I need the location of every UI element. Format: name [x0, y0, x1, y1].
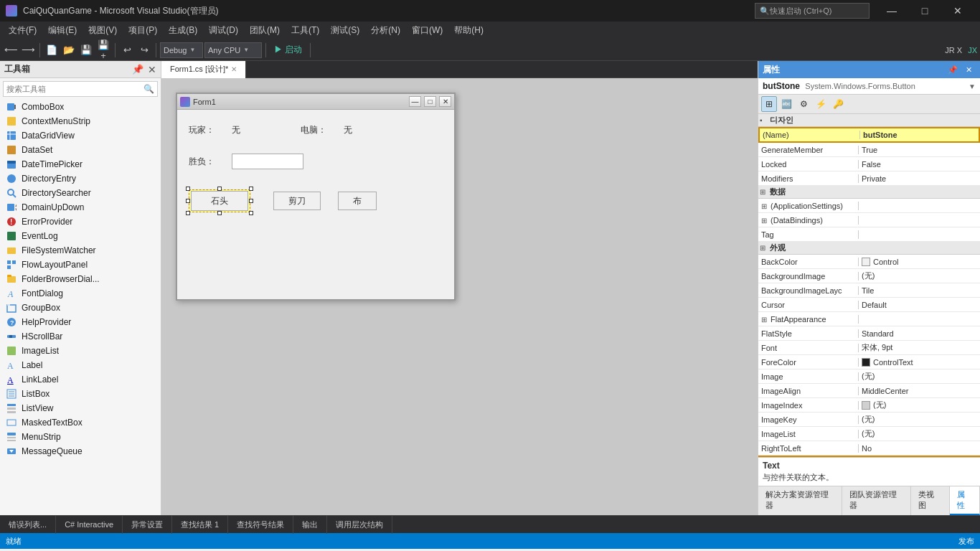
toolbar-redo-btn[interactable]: ↪: [136, 42, 152, 58]
form-window[interactable]: Form1 — □ ✕ 玩家： 无 电脑： 无 胜负：: [176, 93, 456, 301]
props-object-dropdown-arrow[interactable]: ▼: [969, 83, 976, 90]
form-design-tab[interactable]: Form1.cs [设计]* ✕: [161, 61, 246, 78]
props-tab-class-view[interactable]: 类视图: [911, 486, 949, 515]
menu-tools[interactable]: 工具(T): [286, 23, 325, 38]
props-tab-properties[interactable]: 属性: [950, 486, 980, 515]
props-row-tag[interactable]: Tag: [758, 227, 980, 242]
menu-team[interactable]: 团队(M): [244, 23, 286, 38]
props-row-forecolor[interactable]: ForeColor ControlText: [758, 355, 980, 369]
props-propmgr-btn[interactable]: 🔑: [830, 96, 846, 112]
platform-dropdown[interactable]: Any CPU ▼: [204, 42, 262, 58]
menu-project[interactable]: 项目(P): [123, 23, 163, 38]
menu-test[interactable]: 测试(S): [325, 23, 365, 38]
menu-file[interactable]: 文件(F): [3, 23, 42, 38]
data-section-toggle[interactable]: ⊞: [760, 188, 770, 196]
props-row-appsettings[interactable]: ⊞ (ApplicationSettings): [758, 199, 980, 213]
props-row-backgroundimagelayout[interactable]: BackgroundImageLayc Tile: [758, 283, 980, 298]
menu-help[interactable]: 帮助(H): [448, 23, 489, 38]
toolbox-item-label[interactable]: A Label: [0, 358, 161, 372]
props-tab-solution-explorer[interactable]: 解决方案资源管理器: [758, 486, 842, 515]
toolbar-fwd-btn[interactable]: ⟶: [20, 42, 36, 58]
toolbox-item-imagelist[interactable]: ImageList: [0, 344, 161, 358]
toolbox-item-menustrip[interactable]: MenuStrip: [0, 430, 161, 444]
toolbox-item-errorprovider[interactable]: ! ErrorProvider: [0, 215, 161, 229]
props-row-image[interactable]: Image (无): [758, 369, 980, 384]
stone-button[interactable]: 石头: [191, 191, 248, 211]
props-row-modifiers[interactable]: Modifiers Private: [758, 171, 980, 186]
toolbox-item-maskedtextbox[interactable]: MaskedTextBox: [0, 415, 161, 430]
toolbox-item-filesystemwatcher[interactable]: FileSystemWatcher: [0, 243, 161, 258]
props-close-icon[interactable]: ✕: [961, 62, 976, 77]
form-minimize-btn[interactable]: —: [409, 96, 421, 107]
toolbox-item-linklabel[interactable]: A LinkLabel: [0, 372, 161, 387]
tab-close-icon[interactable]: ✕: [231, 65, 237, 73]
flatappearance-expand-icon[interactable]: ⊞: [761, 316, 767, 324]
props-row-locked[interactable]: Locked False: [758, 157, 980, 171]
menu-view[interactable]: 视图(V): [83, 23, 123, 38]
toolbox-item-fontdialog[interactable]: A FontDialog: [0, 286, 161, 301]
start-button[interactable]: ▶ 启动: [270, 42, 306, 57]
bottom-tab-exception-settings[interactable]: 异常设置: [123, 516, 172, 534]
bottom-tab-cs-interactive[interactable]: C# Interactive: [56, 516, 123, 534]
quick-launch-search[interactable]: 🔍 快速启动 (Ctrl+Q): [755, 3, 870, 19]
toolbox-item-directorysearcher[interactable]: DirectorySearcher: [0, 186, 161, 200]
bottom-tab-output[interactable]: 输出: [293, 516, 327, 534]
props-row-imagealign[interactable]: ImageAlign MiddleCenter: [758, 384, 980, 398]
props-row-generatemember[interactable]: GenerateMember True: [758, 143, 980, 157]
toolbox-item-messagequeue[interactable]: MessageQueue: [0, 444, 161, 458]
toolbox-item-groupbox[interactable]: GroupBox: [0, 301, 161, 315]
props-properties-btn[interactable]: ⚙: [796, 96, 811, 112]
toolbar-undo-btn[interactable]: ↩: [119, 42, 135, 58]
props-events-btn[interactable]: ⚡: [813, 96, 829, 112]
toolbar-open-btn[interactable]: 📂: [61, 42, 77, 58]
toolbox-item-listbox[interactable]: ListBox: [0, 387, 161, 401]
toolbox-item-combobox[interactable]: ComboBox: [0, 100, 161, 114]
props-row-backcolor[interactable]: BackColor Control: [758, 255, 980, 269]
props-row-cursor[interactable]: Cursor Default: [758, 298, 980, 312]
toolbox-close-icon[interactable]: ✕: [148, 64, 156, 75]
toolbar-new-btn[interactable]: 📄: [44, 42, 60, 58]
toolbox-item-datagridview[interactable]: DataGridView: [0, 128, 161, 143]
props-categorized-btn[interactable]: ⊞: [761, 96, 777, 112]
bottom-tab-find-results1[interactable]: 查找结果 1: [172, 516, 228, 534]
props-row-imageindex[interactable]: ImageIndex (无): [758, 398, 980, 413]
menu-debug[interactable]: 调试(D): [203, 23, 244, 38]
design-area[interactable]: Form1 — □ ✕ 玩家： 无 电脑： 无 胜负：: [161, 78, 758, 515]
toolbox-search-input[interactable]: [4, 85, 141, 93]
props-tab-team-explorer[interactable]: 团队资源管理器: [842, 486, 911, 515]
toolbox-item-listview[interactable]: ListView: [0, 401, 161, 415]
props-alphabetical-btn[interactable]: 🔤: [778, 96, 794, 112]
toolbox-item-dataset[interactable]: DataSet: [0, 143, 161, 157]
props-object-selector[interactable]: butStone System.Windows.Forms.Button ▼: [758, 78, 980, 95]
toolbox-item-directoryentry[interactable]: DirectoryEntry: [0, 171, 161, 186]
bottom-tab-call-hierarchy[interactable]: 调用层次结构: [327, 516, 392, 534]
appearance-section-toggle[interactable]: ⊞: [760, 244, 770, 252]
form-close-btn[interactable]: ✕: [439, 96, 451, 107]
props-row-imagelist[interactable]: ImageList (无): [758, 427, 980, 441]
menu-analyze[interactable]: 分析(N): [365, 23, 406, 38]
cloth-button[interactable]: 布: [338, 192, 377, 210]
status-publish-btn[interactable]: 发布: [958, 536, 974, 547]
design-section-toggle[interactable]: ▪: [760, 116, 770, 124]
scissors-button[interactable]: 剪刀: [273, 192, 321, 210]
minimize-button[interactable]: —: [875, 0, 908, 22]
props-row-databindings[interactable]: ⊞ (DataBindings): [758, 213, 980, 227]
props-row-flatstyle[interactable]: FlatStyle Standard: [758, 326, 980, 341]
props-row-font[interactable]: Font 宋体, 9pt: [758, 341, 980, 355]
toolbox-item-domainupdown[interactable]: ▲▼ DomainUpDown: [0, 200, 161, 215]
toolbox-item-folderbrowserdial[interactable]: FolderBrowserDial...: [0, 272, 161, 286]
props-row-righttoleft[interactable]: RightToLeft No: [758, 441, 980, 456]
props-pin-icon[interactable]: 📌: [946, 62, 960, 77]
toolbar-back-btn[interactable]: ⟵: [3, 42, 19, 58]
props-row-backgroundimage[interactable]: BackgroundImage (无): [758, 269, 980, 283]
toolbox-item-contextmenu[interactable]: ContextMenuStrip: [0, 114, 161, 128]
appsettings-expand-icon[interactable]: ⊞: [761, 202, 767, 210]
toolbox-item-helpprovider[interactable]: ? HelpProvider: [0, 315, 161, 329]
toolbox-item-flowlayoutpanel[interactable]: FlowLayoutPanel: [0, 258, 161, 272]
toolbox-item-eventlog[interactable]: EventLog: [0, 229, 161, 243]
config-dropdown[interactable]: Debug ▼: [160, 42, 203, 58]
databindings-expand-icon[interactable]: ⊞: [761, 217, 767, 225]
menu-build[interactable]: 生成(B): [163, 23, 203, 38]
toolbox-item-hscrollbar[interactable]: HScrollBar: [0, 329, 161, 344]
record-input[interactable]: [232, 154, 303, 169]
